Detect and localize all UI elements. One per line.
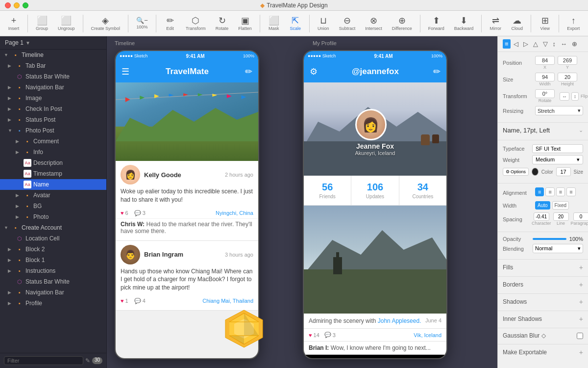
align-left-button[interactable]: ≡ <box>535 187 544 196</box>
position-y-input[interactable] <box>558 56 577 65</box>
post2-comments[interactable]: 💬 4 <box>134 298 146 304</box>
post1-location[interactable]: Nyingchi, China <box>216 210 253 216</box>
edit-button[interactable]: ✏ Edit <box>160 14 180 33</box>
align-right-button[interactable]: ≡ <box>556 187 565 196</box>
post1-comments[interactable]: 💬 3 <box>134 210 146 216</box>
forward-button[interactable]: ⬆ Forward <box>424 14 448 33</box>
panel-icon-align-left[interactable]: ≡ <box>503 39 511 49</box>
group-button[interactable]: ⬜ Group <box>32 14 52 33</box>
stat-countries[interactable]: 34 Countries <box>399 176 446 205</box>
sidebar-content[interactable]: ▼ ▪ Timeline ▶ ▪ Tab Bar ⬡ Status Bar Wh… <box>0 50 106 353</box>
sidebar-item-timestamp[interactable]: Aa Timestamp <box>0 168 106 179</box>
position-x-input[interactable] <box>535 56 555 65</box>
sidebar-item-avatar[interactable]: ▶ ▪ Avatar <box>0 190 106 201</box>
char-spacing-input[interactable] <box>534 212 549 221</box>
sidebar-item-navigation-bar-2[interactable]: ▶ ▪ Navigation Bar <box>0 287 106 298</box>
panel-icon-distribute-v[interactable]: ↕ <box>551 39 558 49</box>
add-exportable-button[interactable]: + <box>579 348 583 356</box>
export-button[interactable]: ↑ Export <box>563 14 584 33</box>
sidebar-item-info[interactable]: ▶ ▪ Info <box>0 147 106 158</box>
add-fill-button[interactable]: + <box>579 263 583 271</box>
sidebar-item-navigation-bar-1[interactable]: ▶ ▪ Navigation Bar <box>0 82 106 93</box>
subtract-button[interactable]: ⊖ Subtract <box>335 14 360 33</box>
sidebar-item-check-in-post[interactable]: ▶ ▪ Check In Post <box>0 104 106 114</box>
text-style-chevron-icon[interactable]: ⌄ <box>579 127 583 133</box>
sidebar-item-location-cell[interactable]: ⬡ Location Cell <box>0 233 106 244</box>
stat-updates[interactable]: 106 Updates <box>351 176 399 205</box>
mirror-button[interactable]: ⇌ Mirror <box>486 14 505 33</box>
sidebar-item-instructions[interactable]: ▶ ▪ Instructions <box>0 265 106 276</box>
filter-input[interactable] <box>4 356 83 365</box>
backward-button[interactable]: ⬇ Backward <box>450 14 478 33</box>
weight-value[interactable]: Medium ▾ <box>532 155 583 164</box>
panel-icon-distribute-h[interactable]: ↔ <box>559 39 569 49</box>
sidebar-item-photo[interactable]: ▶ ▪ Photo <box>0 211 106 222</box>
sidebar-item-status-bar-white-2[interactable]: ⬡ Status Bar White <box>0 276 106 287</box>
post2-location[interactable]: Chiang Mai, Thailand <box>202 298 253 304</box>
transform-rotate-input[interactable] <box>535 89 555 98</box>
align-justify-button[interactable]: ≡ <box>566 187 575 196</box>
sidebar-item-create-account[interactable]: ▼ ▪ Create Account <box>0 222 106 233</box>
sidebar-item-block-1[interactable]: ▶ ▪ Block 1 <box>0 255 106 265</box>
width-auto-button[interactable]: Auto <box>535 201 550 210</box>
create-symbol-button[interactable]: ◈ Create Symbol <box>87 14 124 33</box>
size-width-input[interactable] <box>535 73 555 81</box>
difference-button[interactable]: ⊕ Difference <box>388 14 416 33</box>
color-picker[interactable] <box>532 168 539 176</box>
sidebar-item-block-2[interactable]: ▶ ▪ Block 2 <box>0 244 106 255</box>
panel-icon-arrow-down[interactable]: ▽ <box>541 39 550 49</box>
options-button[interactable]: ⚙ Options <box>503 168 529 176</box>
para-spacing-input[interactable] <box>573 212 588 221</box>
sidebar-item-profile[interactable]: ▶ ▪ Profile <box>0 298 106 309</box>
profile-post-likes[interactable]: ♥ 14 <box>309 332 319 338</box>
add-shadow-button[interactable]: + <box>579 298 583 306</box>
minimize-button[interactable] <box>14 2 20 8</box>
panel-icon-arrow-left[interactable]: ◁ <box>512 39 520 49</box>
profile-post-location[interactable]: Vik, Iceland <box>414 332 441 338</box>
post1-likes[interactable]: ♥ 6 <box>121 210 128 216</box>
resizing-dropdown[interactable]: Stretch ▾ <box>535 106 583 115</box>
flip-h-button[interactable]: ↔ <box>560 92 569 101</box>
transform-button[interactable]: ⬡ Transform <box>182 14 210 33</box>
sidebar-item-tab-bar[interactable]: ▶ ▪ Tab Bar <box>0 60 106 71</box>
union-button[interactable]: ⊔ Union <box>314 14 333 33</box>
sidebar-header[interactable]: Page 1 ▼ <box>0 36 106 50</box>
sidebar-item-status-post[interactable]: ▶ ▪ Status Post <box>0 114 106 125</box>
sidebar-item-bg[interactable]: ▶ ▪ BG <box>0 201 106 211</box>
ungroup-button[interactable]: ⬜ Ungroup <box>54 14 79 33</box>
sidebar-item-photo-post[interactable]: ▼ ▪ Photo Post <box>0 125 106 136</box>
sidebar-item-status-bar-white-1[interactable]: ⬡ Status Bar White <box>0 71 106 82</box>
add-inner-shadow-button[interactable]: + <box>579 315 583 323</box>
panel-icon-arrow-right[interactable]: ▷ <box>521 39 530 49</box>
size-height-input[interactable] <box>558 73 577 81</box>
sidebar-item-image[interactable]: ▶ ▪ Image <box>0 93 106 104</box>
align-center-button[interactable]: ≡ <box>545 187 554 196</box>
flatten-button[interactable]: ▣ Flatten <box>234 14 256 33</box>
font-size-input[interactable] <box>556 167 571 176</box>
blending-dropdown[interactable]: Normal ▾ <box>533 244 583 253</box>
view-button[interactable]: ⊞ View <box>535 14 555 33</box>
intersect-button[interactable]: ⊗ Intersect <box>361 14 386 33</box>
canvas[interactable]: Timeline My Profile ●●●●● Sketch 9:41 AM… <box>107 36 497 368</box>
close-button[interactable] <box>5 2 11 8</box>
scale-button[interactable]: ⇱ Scale <box>286 14 305 33</box>
post2-likes[interactable]: ♥ 1 <box>121 298 128 304</box>
mask-button[interactable]: ⬜ Mask <box>264 14 284 33</box>
sidebar-item-description[interactable]: Aa Description <box>0 158 106 168</box>
flip-v-button[interactable]: ↕ <box>571 92 579 101</box>
rotate-button[interactable]: ↻ Rotate <box>212 14 233 33</box>
sidebar-item-name[interactable]: Aa Name <box>0 179 106 190</box>
line-spacing-input[interactable] <box>553 212 569 221</box>
edit-layers-icon[interactable]: ✎ <box>85 357 90 364</box>
sidebar-item-comment[interactable]: ▶ ▪ Comment <box>0 136 106 147</box>
panel-icon-more[interactable]: ⊕ <box>570 39 579 49</box>
panel-icon-arrow-up[interactable]: △ <box>531 39 540 49</box>
gaussian-blur-checkbox[interactable] <box>577 333 583 339</box>
stat-friends[interactable]: 56 Friends <box>304 176 351 205</box>
profile-post-mention[interactable]: John Appleseed. <box>378 317 421 324</box>
fullscreen-button[interactable] <box>23 2 28 8</box>
profile-post-comments[interactable]: 💬 3 <box>324 332 336 338</box>
cloud-button[interactable]: ☁ Cloud <box>507 14 527 33</box>
opacity-slider[interactable] <box>533 238 566 240</box>
add-border-button[interactable]: + <box>579 281 583 289</box>
